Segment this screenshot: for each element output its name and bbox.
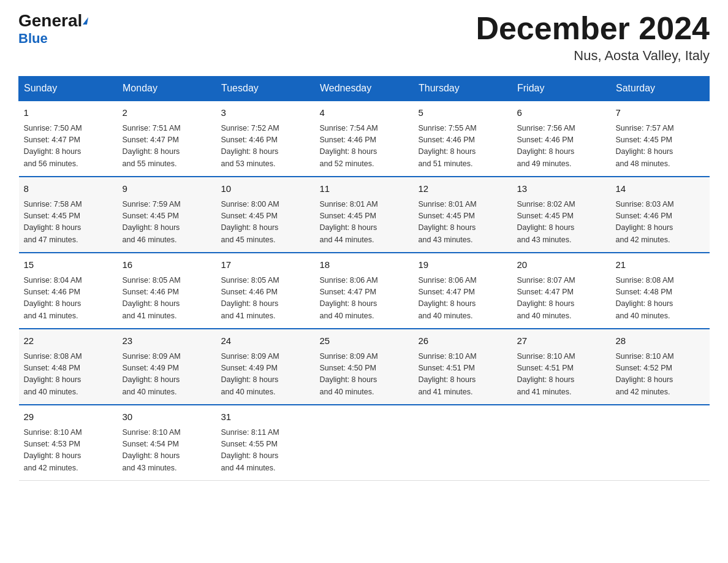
day-number: 10 <box>221 182 310 196</box>
day-info: Sunrise: 7:57 AMSunset: 4:45 PMDaylight:… <box>616 123 705 170</box>
day-info: Sunrise: 7:54 AMSunset: 4:46 PMDaylight:… <box>320 123 409 170</box>
table-row: 2Sunrise: 7:51 AMSunset: 4:47 PMDaylight… <box>118 101 216 177</box>
page-header: General Blue December 2024 Nus, Aosta Va… <box>18 12 710 64</box>
day-number: 14 <box>616 182 705 196</box>
day-number: 11 <box>320 182 409 196</box>
title-area: December 2024 Nus, Aosta Valley, Italy <box>476 12 710 64</box>
day-number: 6 <box>517 106 606 120</box>
day-info: Sunrise: 8:10 AMSunset: 4:51 PMDaylight:… <box>517 351 606 399</box>
day-info: Sunrise: 7:51 AMSunset: 4:47 PMDaylight:… <box>123 123 211 170</box>
col-wednesday: Wednesday <box>315 77 414 101</box>
day-info: Sunrise: 8:00 AMSunset: 4:45 PMDaylight:… <box>221 199 310 247</box>
col-thursday: Thursday <box>414 77 512 101</box>
col-sunday: Sunday <box>19 77 118 101</box>
day-number: 30 <box>123 410 211 424</box>
table-row <box>315 405 414 481</box>
day-number: 7 <box>616 106 705 120</box>
day-number: 27 <box>517 334 606 348</box>
day-info: Sunrise: 8:09 AMSunset: 4:49 PMDaylight:… <box>221 351 310 399</box>
calendar-week-5: 29Sunrise: 8:10 AMSunset: 4:53 PMDayligh… <box>19 405 710 481</box>
table-row: 6Sunrise: 7:56 AMSunset: 4:46 PMDaylight… <box>512 101 611 177</box>
day-number: 29 <box>24 410 113 424</box>
table-row: 11Sunrise: 8:01 AMSunset: 4:45 PMDayligh… <box>315 177 414 253</box>
logo-text: General <box>18 12 88 29</box>
table-row: 27Sunrise: 8:10 AMSunset: 4:51 PMDayligh… <box>512 329 611 405</box>
calendar-week-1: 1Sunrise: 7:50 AMSunset: 4:47 PMDaylight… <box>19 101 710 177</box>
day-info: Sunrise: 8:06 AMSunset: 4:47 PMDaylight:… <box>419 275 507 323</box>
calendar-week-2: 8Sunrise: 7:58 AMSunset: 4:45 PMDaylight… <box>19 177 710 253</box>
table-row: 7Sunrise: 7:57 AMSunset: 4:45 PMDaylight… <box>611 101 710 177</box>
col-friday: Friday <box>512 77 611 101</box>
day-info: Sunrise: 8:04 AMSunset: 4:46 PMDaylight:… <box>24 275 113 323</box>
calendar-week-4: 22Sunrise: 8:08 AMSunset: 4:48 PMDayligh… <box>19 329 710 405</box>
table-row: 10Sunrise: 8:00 AMSunset: 4:45 PMDayligh… <box>216 177 315 253</box>
day-number: 9 <box>123 182 211 196</box>
day-number: 16 <box>123 258 211 272</box>
day-number: 26 <box>419 334 507 348</box>
day-info: Sunrise: 8:08 AMSunset: 4:48 PMDaylight:… <box>24 351 113 399</box>
location: Nus, Aosta Valley, Italy <box>476 48 710 64</box>
table-row: 16Sunrise: 8:05 AMSunset: 4:46 PMDayligh… <box>118 253 216 329</box>
table-row: 4Sunrise: 7:54 AMSunset: 4:46 PMDaylight… <box>315 101 414 177</box>
table-row: 1Sunrise: 7:50 AMSunset: 4:47 PMDaylight… <box>19 101 118 177</box>
table-row: 19Sunrise: 8:06 AMSunset: 4:47 PMDayligh… <box>414 253 512 329</box>
col-saturday: Saturday <box>611 77 710 101</box>
day-info: Sunrise: 8:01 AMSunset: 4:45 PMDaylight:… <box>419 199 507 247</box>
day-number: 18 <box>320 258 409 272</box>
table-row: 17Sunrise: 8:05 AMSunset: 4:46 PMDayligh… <box>216 253 315 329</box>
day-number: 20 <box>517 258 606 272</box>
day-number: 12 <box>419 182 507 196</box>
day-info: Sunrise: 7:56 AMSunset: 4:46 PMDaylight:… <box>517 123 606 170</box>
day-number: 8 <box>24 182 113 196</box>
table-row: 15Sunrise: 8:04 AMSunset: 4:46 PMDayligh… <box>19 253 118 329</box>
table-row: 22Sunrise: 8:08 AMSunset: 4:48 PMDayligh… <box>19 329 118 405</box>
table-row: 9Sunrise: 7:59 AMSunset: 4:45 PMDaylight… <box>118 177 216 253</box>
day-info: Sunrise: 8:01 AMSunset: 4:45 PMDaylight:… <box>320 199 409 247</box>
day-number: 24 <box>221 334 310 348</box>
day-info: Sunrise: 8:05 AMSunset: 4:46 PMDaylight:… <box>123 275 211 323</box>
day-number: 5 <box>419 106 507 120</box>
day-number: 13 <box>517 182 606 196</box>
col-tuesday: Tuesday <box>216 77 315 101</box>
day-info: Sunrise: 8:07 AMSunset: 4:47 PMDaylight:… <box>517 275 606 323</box>
table-row: 23Sunrise: 8:09 AMSunset: 4:49 PMDayligh… <box>118 329 216 405</box>
day-info: Sunrise: 8:10 AMSunset: 4:52 PMDaylight:… <box>616 351 705 399</box>
day-info: Sunrise: 7:50 AMSunset: 4:47 PMDaylight:… <box>24 123 113 170</box>
table-row: 24Sunrise: 8:09 AMSunset: 4:49 PMDayligh… <box>216 329 315 405</box>
table-row: 21Sunrise: 8:08 AMSunset: 4:48 PMDayligh… <box>611 253 710 329</box>
table-row: 31Sunrise: 8:11 AMSunset: 4:55 PMDayligh… <box>216 405 315 481</box>
day-number: 28 <box>616 334 705 348</box>
day-info: Sunrise: 8:11 AMSunset: 4:55 PMDaylight:… <box>221 427 310 475</box>
table-row <box>414 405 512 481</box>
table-row: 13Sunrise: 8:02 AMSunset: 4:45 PMDayligh… <box>512 177 611 253</box>
day-info: Sunrise: 8:09 AMSunset: 4:49 PMDaylight:… <box>123 351 211 399</box>
day-info: Sunrise: 8:09 AMSunset: 4:50 PMDaylight:… <box>320 351 409 399</box>
day-number: 25 <box>320 334 409 348</box>
table-row: 25Sunrise: 8:09 AMSunset: 4:50 PMDayligh… <box>315 329 414 405</box>
calendar-header-row: Sunday Monday Tuesday Wednesday Thursday… <box>19 77 710 101</box>
logo-general: General <box>18 11 82 30</box>
table-row: 18Sunrise: 8:06 AMSunset: 4:47 PMDayligh… <box>315 253 414 329</box>
table-row: 28Sunrise: 8:10 AMSunset: 4:52 PMDayligh… <box>611 329 710 405</box>
day-info: Sunrise: 8:10 AMSunset: 4:53 PMDaylight:… <box>24 427 113 475</box>
day-number: 21 <box>616 258 705 272</box>
day-info: Sunrise: 8:05 AMSunset: 4:46 PMDaylight:… <box>221 275 310 323</box>
day-info: Sunrise: 8:10 AMSunset: 4:54 PMDaylight:… <box>123 427 211 475</box>
day-number: 15 <box>24 258 113 272</box>
table-row <box>512 405 611 481</box>
day-number: 1 <box>24 106 113 120</box>
table-row: 3Sunrise: 7:52 AMSunset: 4:46 PMDaylight… <box>216 101 315 177</box>
table-row: 29Sunrise: 8:10 AMSunset: 4:53 PMDayligh… <box>19 405 118 481</box>
day-info: Sunrise: 8:03 AMSunset: 4:46 PMDaylight:… <box>616 199 705 247</box>
day-info: Sunrise: 7:52 AMSunset: 4:46 PMDaylight:… <box>221 123 310 170</box>
day-number: 19 <box>419 258 507 272</box>
day-number: 17 <box>221 258 310 272</box>
day-number: 23 <box>123 334 211 348</box>
table-row: 12Sunrise: 8:01 AMSunset: 4:45 PMDayligh… <box>414 177 512 253</box>
month-title: December 2024 <box>476 12 710 44</box>
day-number: 4 <box>320 106 409 120</box>
day-info: Sunrise: 8:08 AMSunset: 4:48 PMDaylight:… <box>616 275 705 323</box>
table-row: 5Sunrise: 7:55 AMSunset: 4:46 PMDaylight… <box>414 101 512 177</box>
table-row: 20Sunrise: 8:07 AMSunset: 4:47 PMDayligh… <box>512 253 611 329</box>
day-number: 31 <box>221 410 310 424</box>
